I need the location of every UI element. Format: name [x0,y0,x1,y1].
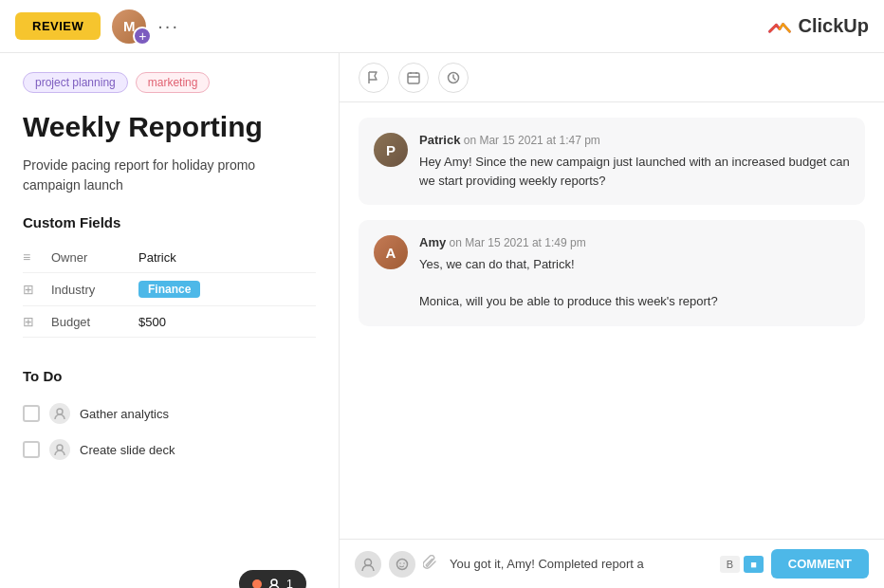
field-industry: ⊞ Industry Finance [23,273,316,306]
industry-field-label: Industry [51,283,127,297]
avatar-group: M + [112,9,146,44]
budget-field-icon: ⊞ [23,314,40,329]
calendar-icon [407,71,420,84]
user-circle-icon [355,551,381,578]
svg-rect-3 [408,73,419,83]
user-icon [360,557,376,572]
comment-submit-button[interactable]: COMMENT [771,549,869,579]
flag-icon-button[interactable] [359,63,389,93]
owner-field-icon: ≡ [23,249,40,265]
flag-icon [367,71,380,84]
emoji-icon-button[interactable] [389,551,415,578]
clickup-logo-text: ClickUp [799,15,869,37]
tag-marketing: marketing [136,72,211,93]
header-right: ClickUp [766,13,869,40]
todo-avatar-slide [49,439,70,460]
emoji-circle-icon [389,551,415,578]
todo-avatar-gather [49,403,70,424]
page-description: Provide pacing report for holiday promo … [23,156,316,195]
person-icon [267,578,281,589]
clickup-logo-icon [766,13,793,40]
comment-author-patrick: Patrick [419,133,460,147]
todo-item-gather: Gather analytics [23,395,316,432]
page-title: Weekly Reporting [23,110,316,144]
format-bold-button[interactable]: B [720,556,740,573]
todo-label-gather: Gather analytics [80,407,169,421]
tag-project-planning: project planning [23,72,128,93]
tags-container: project planning marketing [23,72,316,93]
notification-count: 1 [286,577,293,588]
field-budget: ⊞ Budget $500 [23,306,316,338]
amy-avatar: A [374,235,408,269]
field-owner: ≡ Owner Patrick [23,242,316,273]
input-placeholder-text: You got it, Amy! Completed report a [450,557,644,571]
comment-meta-patrick: Patrick on Mar 15 2021 at 1:47 pm [419,133,850,147]
attachment-icon-button[interactable] [423,555,438,573]
comment-body-patrick: Patrick on Mar 15 2021 at 1:47 pm Hey Am… [419,133,850,190]
budget-field-value[interactable]: $500 [138,315,166,329]
comment-amy: A Amy on Mar 15 2021 at 1:49 pm Yes, we … [359,220,865,326]
comment-author-amy: Amy [419,235,446,249]
owner-field-value[interactable]: Patrick [138,250,176,265]
svg-point-8 [403,562,405,564]
notification-dot [252,579,262,589]
left-panel: project planning marketing Weekly Report… [0,53,340,588]
emoji-icon [396,558,409,571]
comment-text-amy: Yes, we can do that, Patrick! Monica, wi… [419,255,850,311]
owner-field-label: Owner [51,250,127,265]
patrick-avatar: P [374,133,408,167]
todo-checkbox-slide[interactable] [23,441,40,458]
notification-bubble: 1 [239,570,306,588]
paperclip-icon [423,555,438,570]
comment-text-patrick: Hey Amy! Since the new campaign just lau… [419,153,850,190]
comment-input-area: You got it, Amy! Completed report a B ■ … [340,539,884,588]
add-avatar-button[interactable]: + [133,27,152,46]
svg-point-1 [57,445,63,450]
industry-field-icon: ⊞ [23,282,40,297]
right-toolbar [340,53,884,102]
comments-area: P Patrick on Mar 15 2021 at 1:47 pm Hey … [340,102,884,539]
comment-date-patrick: on Mar 15 2021 at 1:47 pm [464,134,600,147]
format-buttons: B ■ [720,556,764,573]
svg-point-0 [57,409,63,414]
comment-meta-amy: Amy on Mar 15 2021 at 1:49 pm [419,235,850,249]
todo-checkbox-gather[interactable] [23,405,40,422]
format-color-button[interactable]: ■ [744,556,764,573]
main-content: project planning marketing Weekly Report… [0,53,884,588]
budget-field-label: Budget [51,315,127,329]
comment-input-text[interactable]: You got it, Amy! Completed report a [446,557,712,571]
clickup-logo: ClickUp [766,13,869,40]
custom-fields-title: Custom Fields [23,214,316,230]
comment-body-amy: Amy on Mar 15 2021 at 1:49 pm Yes, we ca… [419,235,850,311]
todo-item-slide: Create slide deck [23,432,316,468]
industry-field-value[interactable]: Finance [138,281,200,298]
todo-title: To Do [23,368,316,384]
todo-label-slide: Create slide deck [80,443,175,457]
ellipsis-button[interactable]: ··· [157,15,179,37]
svg-point-7 [399,562,401,564]
right-panel: P Patrick on Mar 15 2021 at 1:47 pm Hey … [340,53,884,588]
comment-date-amy: on Mar 15 2021 at 1:49 pm [450,236,586,249]
top-header: REVIEW M + ··· ClickUp [0,0,884,53]
clock-icon [447,71,460,84]
review-button[interactable]: REVIEW [15,12,101,40]
svg-point-2 [271,579,277,585]
comment-patrick: P Patrick on Mar 15 2021 at 1:47 pm Hey … [359,118,865,205]
todo-section: To Do Gather analytics Create slide deck [23,368,316,468]
svg-point-6 [397,559,408,569]
custom-fields-section: Custom Fields ≡ Owner Patrick ⊞ Industry… [23,214,316,338]
header-left: REVIEW M + ··· [15,9,179,44]
clock-icon-button[interactable] [438,63,469,93]
calendar-icon-button[interactable] [398,63,429,93]
user-icon-button[interactable] [355,551,381,578]
